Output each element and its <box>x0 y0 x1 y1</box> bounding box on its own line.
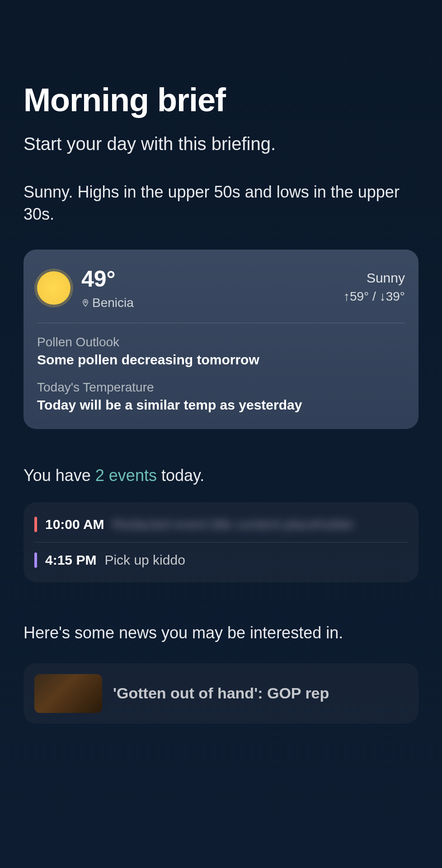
events-count: 2 events <box>95 466 157 485</box>
pollen-label: Pollen Outlook <box>37 335 405 349</box>
weather-right-block: Sunny ↑59° / ↓39° <box>343 266 405 304</box>
weather-card[interactable]: 49° Benicia Sunny ↑59° / ↓39° Pollen Out… <box>24 250 418 429</box>
temp-compare-value: Today will be a similar temp as yesterda… <box>37 397 405 413</box>
location-row: Benicia <box>81 296 134 310</box>
pollen-value: Some pollen decreasing tomorrow <box>37 352 405 368</box>
weather-condition: Sunny <box>343 270 405 286</box>
event-time: 4:15 PM <box>45 552 96 568</box>
weather-summary-text: Sunny. Highs in the upper 50s and lows i… <box>24 181 418 225</box>
location-name: Benicia <box>92 296 134 310</box>
events-card[interactable]: 10:00 AM Redacted event title content pl… <box>24 502 418 582</box>
events-intro-suffix: today. <box>157 466 204 485</box>
news-headline: 'Gotten out of hand': GOP rep <box>113 684 329 702</box>
event-color-bar <box>34 552 37 568</box>
news-intro: Here's some news you may be interested i… <box>24 622 418 644</box>
event-title: Pick up kiddo <box>104 552 185 568</box>
event-row[interactable]: 4:15 PM Pick up kiddo <box>34 542 408 578</box>
news-thumbnail <box>34 674 102 713</box>
page-title: Morning brief <box>24 81 418 118</box>
high-low-temps: ↑59° / ↓39° <box>343 289 405 304</box>
event-title-redacted: Redacted event title content placeholder <box>113 517 408 532</box>
current-temperature: 49° <box>81 266 134 292</box>
weather-top-row: 49° Benicia Sunny ↑59° / ↓39° <box>37 266 405 323</box>
weather-details: Pollen Outlook Some pollen decreasing to… <box>37 323 405 413</box>
event-time: 10:00 AM <box>45 517 104 532</box>
svg-point-0 <box>85 301 86 303</box>
temperature-block: 49° Benicia <box>81 266 134 310</box>
events-intro: You have 2 events today. <box>24 466 418 485</box>
events-intro-prefix: You have <box>24 466 95 485</box>
temp-compare-label: Today's Temperature <box>37 380 405 395</box>
event-color-bar <box>34 517 37 532</box>
weather-left-block: 49° Benicia <box>37 266 134 310</box>
sun-icon <box>37 271 71 305</box>
news-card[interactable]: 'Gotten out of hand': GOP rep <box>24 663 418 724</box>
location-pin-icon <box>81 298 89 308</box>
page-subtitle: Start your day with this briefing. <box>24 134 418 154</box>
event-row[interactable]: 10:00 AM Redacted event title content pl… <box>34 507 408 542</box>
